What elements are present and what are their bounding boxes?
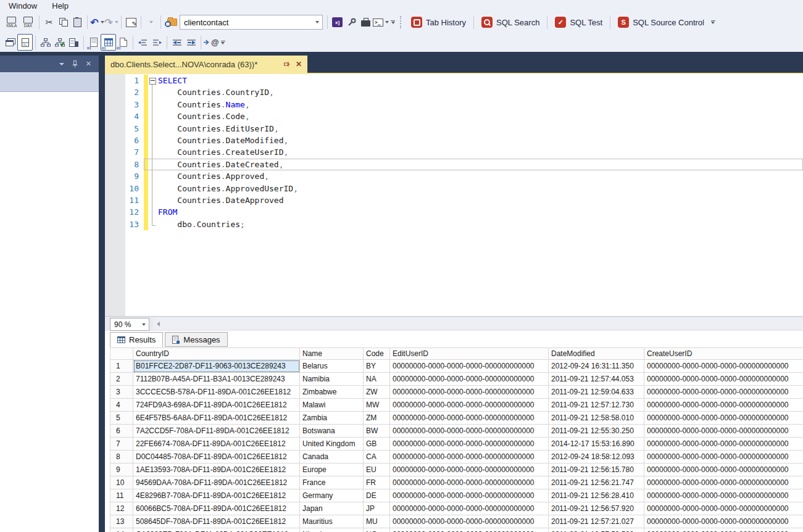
console-dropdown-icon[interactable] bbox=[385, 21, 389, 23]
grid-cell[interactable]: 00000000-0000-0000-0000-000000000000 bbox=[644, 438, 803, 451]
redo-dropdown-icon[interactable] bbox=[115, 21, 119, 23]
grid-cell[interactable]: 00000000-0000-0000-0000-000000000000 bbox=[644, 412, 803, 425]
line-number[interactable]: 5 bbox=[105, 123, 143, 135]
grid-cell[interactable]: 00000000-0000-0000-0000-000000000000 bbox=[390, 528, 549, 532]
grid-row-header[interactable]: 8 bbox=[110, 451, 133, 463]
grid-row-header[interactable]: 1 bbox=[110, 360, 133, 373]
grid-cell[interactable]: 00000000-0000-0000-0000-000000000000 bbox=[390, 425, 549, 438]
increase-indent-button[interactable] bbox=[184, 35, 198, 50]
toolbox-button[interactable] bbox=[359, 15, 373, 30]
grid-cell[interactable]: 2011-09-21 12:57:21.027 bbox=[549, 515, 644, 528]
grid-cell[interactable]: 60066BC5-708A-DF11-89DA-001C26EE1812 bbox=[133, 502, 300, 515]
uncomment-lines-button[interactable] bbox=[150, 35, 164, 50]
code-editor[interactable]: 1SELECT2 Countries.CountryID,3 Countries… bbox=[105, 74, 803, 316]
grid-cell[interactable]: MW bbox=[364, 399, 390, 412]
grid-cell[interactable]: Mauritius bbox=[300, 515, 364, 528]
grid-cell[interactable]: B01FFCE2-2D87-DF11-9063-0013CE289243 bbox=[133, 360, 300, 373]
code-text[interactable]: FROM bbox=[158, 206, 177, 218]
grid-cell[interactable]: CA bbox=[364, 451, 390, 463]
grid-cell[interactable]: CA9323ED-708A-DF11-89DA-001C26EE1812 bbox=[133, 528, 300, 532]
grid-cell[interactable]: 00000000-0000-0000-0000-000000000000 bbox=[390, 386, 549, 399]
code-text[interactable]: Countries.ApprovedUserID, bbox=[158, 183, 298, 194]
grid-cell[interactable]: DE bbox=[364, 489, 390, 502]
live-query-statistics-button[interactable] bbox=[67, 35, 81, 50]
grid-row-header[interactable]: 3 bbox=[110, 386, 133, 399]
grid-row-header[interactable]: 7 bbox=[110, 438, 133, 451]
grid-cell[interactable]: 94569DAA-708A-DF11-89DA-001C26EE1812 bbox=[133, 476, 300, 489]
code-line[interactable]: 4 Countries.Code, bbox=[105, 110, 803, 122]
grid-column-header[interactable]: CreateUserID bbox=[644, 348, 803, 360]
grid-cell[interactable]: 2011-09-21 12:56:57.920 bbox=[549, 502, 644, 515]
tab-history-button[interactable]: Tab History bbox=[406, 14, 471, 30]
grid-cell[interactable]: FR bbox=[364, 476, 390, 489]
grid-cell[interactable]: Botswana bbox=[300, 425, 364, 438]
grid-cell[interactable]: 00000000-0000-0000-0000-000000000000 bbox=[390, 412, 549, 425]
code-line[interactable]: 7 Countries.CreateUserID, bbox=[105, 146, 803, 158]
grid-cell[interactable]: NG bbox=[364, 528, 390, 532]
grid-cell[interactable]: Malawi bbox=[300, 399, 364, 412]
export-excel-button[interactable]: x] bbox=[330, 15, 344, 30]
grid-cell[interactable]: United Kingdom bbox=[300, 438, 364, 451]
database-combo[interactable]: clientcontact bbox=[180, 15, 323, 30]
code-line[interactable]: 11 Countries.DateApproved bbox=[105, 194, 803, 206]
grid-cell[interactable]: 00000000-0000-0000-0000-000000000000 bbox=[390, 399, 549, 412]
sql-test-button[interactable]: ✓ SQL Test bbox=[550, 14, 607, 30]
grid-cell[interactable]: 00000000-0000-0000-0000-000000000000 bbox=[644, 489, 803, 502]
hscroll-left-arrow[interactable] bbox=[153, 318, 164, 330]
code-text[interactable]: dbo.Countries; bbox=[158, 218, 245, 230]
sql-source-control-button[interactable]: S SQL Source Control bbox=[613, 14, 709, 30]
line-number[interactable]: 8 bbox=[105, 159, 143, 170]
grid-cell[interactable]: 2011-09-21 12:58:58.010 bbox=[549, 412, 644, 425]
grid-cell[interactable]: 7A2CCD5F-708A-DF11-89DA-001C26EE1812 bbox=[133, 425, 300, 438]
results-to-text-button[interactable]: 01 bbox=[86, 35, 101, 50]
grid-row-header[interactable]: 14 bbox=[110, 528, 133, 532]
grid-cell[interactable]: 2011-09-21 12:59:04.633 bbox=[549, 386, 644, 399]
grid-cell[interactable]: 6E4F57B5-6A8A-DF11-89DA-001C26EE1812 bbox=[133, 412, 300, 425]
grid-cell[interactable]: 00000000-0000-0000-0000-000000000000 bbox=[644, 528, 803, 532]
code-line[interactable]: 5 Countries.EditUserID, bbox=[105, 123, 803, 135]
window-position-icon[interactable] bbox=[59, 63, 64, 65]
line-number[interactable]: 4 bbox=[105, 110, 143, 122]
grid-row-header[interactable]: 10 bbox=[110, 476, 133, 489]
code-line[interactable]: 2 Countries.CountryID, bbox=[105, 86, 803, 98]
grid-column-header[interactable]: CountryID bbox=[133, 348, 300, 360]
grid-cell[interactable]: 2011-09-21 12:56:28.410 bbox=[549, 489, 644, 502]
panel-close-icon[interactable]: ✕ bbox=[86, 60, 91, 67]
toolbar2-overflow-button[interactable] bbox=[219, 41, 227, 44]
grid-cell[interactable]: NA bbox=[364, 373, 390, 386]
object-search-button[interactable] bbox=[164, 15, 178, 30]
grid-cell[interactable]: 00000000-0000-0000-0000-000000000000 bbox=[390, 489, 549, 502]
grid-cell[interactable]: Namibia bbox=[300, 373, 364, 386]
code-text[interactable]: Countries.Name, bbox=[158, 99, 250, 110]
grid-cell[interactable]: Nigeria bbox=[300, 528, 364, 532]
xmla-query-button[interactable]: XMLA bbox=[3, 15, 20, 30]
dax-query-button[interactable]: DAX bbox=[20, 15, 36, 30]
code-text[interactable]: Countries.CountryID, bbox=[158, 86, 274, 98]
results-to-grid-button[interactable]: 01 bbox=[101, 34, 116, 51]
grid-cell[interactable]: 00000000-0000-0000-0000-000000000000 bbox=[390, 373, 549, 386]
grid-cell[interactable]: 2011-09-21 12:57:53.530 bbox=[549, 528, 644, 532]
grid-row-header[interactable]: 2 bbox=[110, 373, 133, 386]
grid-cell[interactable]: 2011-09-21 12:57:12.730 bbox=[549, 399, 644, 412]
code-line[interactable]: 8 Countries.DateCreated, bbox=[105, 159, 803, 170]
grid-cell[interactable]: 00000000-0000-0000-0000-000000000000 bbox=[390, 451, 549, 463]
disabled-dropdown-button[interactable] bbox=[144, 15, 158, 30]
code-text[interactable]: Countries.DateCreated, bbox=[158, 159, 284, 170]
grid-cell[interactable]: 4E8296B7-708A-DF11-89DA-001C26EE1812 bbox=[133, 489, 300, 502]
results-to-file-button[interactable]: 01 bbox=[116, 35, 130, 50]
grid-column-header[interactable]: DateModified bbox=[549, 348, 644, 360]
comment-out-lines-button[interactable] bbox=[136, 35, 150, 50]
grid-cell[interactable]: 2011-09-21 12:57:44.053 bbox=[549, 373, 644, 386]
code-line[interactable]: 12FROM bbox=[105, 206, 803, 218]
sql-search-button[interactable]: SQL Search bbox=[476, 14, 544, 30]
code-text[interactable]: Countries.Approved, bbox=[158, 170, 269, 182]
grid-cell[interactable]: 00000000-0000-0000-0000-000000000000 bbox=[644, 502, 803, 515]
grid-row-header[interactable]: 11 bbox=[110, 489, 133, 502]
grid-cell[interactable]: 00000000-0000-0000-0000-000000000000 bbox=[644, 399, 803, 412]
grid-cell[interactable]: 00000000-0000-0000-0000-000000000000 bbox=[644, 425, 803, 438]
grid-corner-header[interactable] bbox=[110, 348, 133, 360]
grid-cell[interactable]: 2011-09-21 12:56:15.780 bbox=[549, 463, 644, 476]
grid-cell[interactable]: 00000000-0000-0000-0000-000000000000 bbox=[390, 476, 549, 489]
code-line[interactable]: 3 Countries.Name, bbox=[105, 99, 803, 110]
addons-overflow-button[interactable] bbox=[709, 20, 717, 24]
